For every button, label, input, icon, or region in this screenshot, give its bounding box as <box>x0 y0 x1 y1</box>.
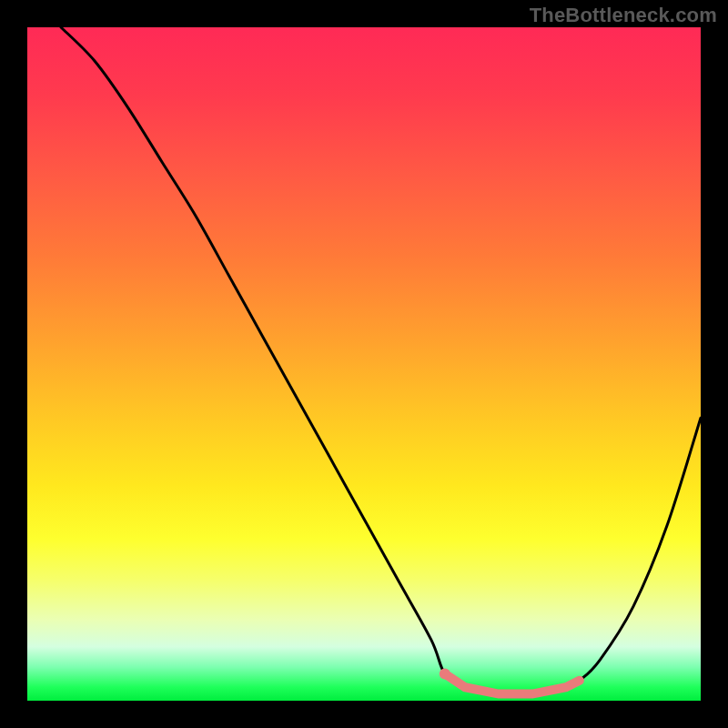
chart-container: TheBottleneck.com <box>0 0 728 728</box>
watermark-label: TheBottleneck.com <box>530 4 717 27</box>
recommended-range-start-dot <box>440 668 450 679</box>
recommended-range-highlight <box>445 673 580 693</box>
plot-area <box>27 27 701 701</box>
bottleneck-curve <box>61 27 701 695</box>
plot-svg <box>27 27 701 701</box>
